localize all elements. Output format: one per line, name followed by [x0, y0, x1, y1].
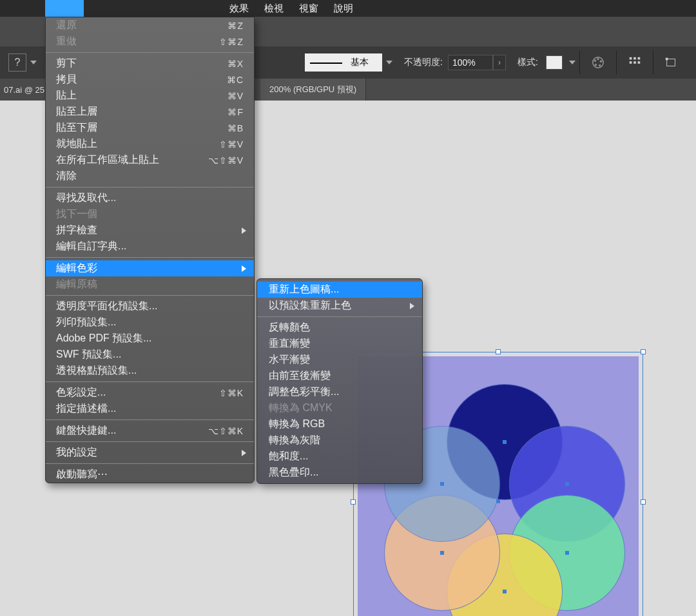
submenu-item-invert-colors[interactable]: 反轉顏色 [257, 320, 422, 336]
menu-separator [46, 295, 254, 296]
divider [579, 51, 580, 74]
menu-item-custom-dictionary[interactable]: 編輯自訂字典... [46, 238, 254, 255]
anchor-point[interactable] [565, 551, 569, 555]
recolor-artwork-icon[interactable] [589, 53, 607, 72]
opacity-next-button[interactable]: › [493, 55, 506, 70]
menu-item-print-presets[interactable]: 列印預設集... [46, 314, 254, 331]
menu-item-pdf-presets[interactable]: Adobe PDF 預設集... [46, 331, 254, 347]
selection-handle[interactable] [496, 349, 501, 354]
svg-rect-10 [633, 61, 636, 64]
selection-handle[interactable] [641, 349, 646, 354]
menu-item-paste-front[interactable]: 貼至上層⌘F [46, 104, 254, 120]
menu-item-transparency-flattener-presets[interactable]: 透明度平面化預設集... [46, 298, 254, 314]
menu-separator [257, 316, 422, 317]
chevron-down-icon[interactable] [569, 61, 575, 64]
submenu-item-blend-horizontally[interactable]: 水平漸變 [257, 352, 422, 368]
submenu-item-blend-vertically[interactable]: 垂直漸變 [257, 336, 422, 352]
menu-separator [46, 187, 254, 188]
selection-handle[interactable] [641, 499, 646, 505]
anchor-point[interactable] [503, 590, 507, 593]
menu-item-perspective-grid-presets[interactable]: 透視格點預設集... [46, 363, 254, 379]
submenu-item-adjust-color-balance[interactable]: 調整色彩平衡... [257, 384, 422, 400]
menu-separator [46, 419, 254, 420]
menu-item-copy[interactable]: 拷貝⌘C [46, 72, 254, 88]
style-label: 樣式: [517, 57, 538, 68]
submenu-item-overprint-black[interactable]: 黑色疊印... [257, 465, 422, 481]
divider [616, 51, 617, 74]
selection-handle[interactable] [351, 499, 356, 505]
menu-item-paste-all-artboards[interactable]: 在所有工作區域上貼上⌥⇧⌘V [46, 152, 254, 168]
divider [653, 51, 653, 74]
opacity-input[interactable]: 100% [448, 55, 493, 70]
submenu-arrow-icon [242, 450, 246, 456]
svg-point-5 [594, 59, 596, 62]
menu-item-paste[interactable]: 貼上⌘V [46, 88, 254, 104]
opacity-label: 不透明度: [404, 57, 443, 68]
submenu-item-convert-to-rgb[interactable]: 轉換為 RGB [257, 416, 422, 432]
stroke-style-label: 基本 [351, 57, 369, 68]
svg-rect-9 [630, 61, 632, 64]
menu-item-undo[interactable]: 還原⌘Z [46, 17, 254, 34]
svg-point-4 [594, 64, 597, 66]
menu-item-keyboard-shortcuts[interactable]: 鍵盤快捷鍵...⌥⇧⌘K [46, 423, 254, 439]
anchor-point[interactable] [496, 499, 500, 503]
menu-item-edit-colors[interactable]: 編輯色彩 [46, 260, 254, 276]
menu-item-start-dictation[interactable]: 啟動聽寫⋯ [46, 467, 254, 483]
svg-point-2 [600, 60, 603, 63]
chevron-down-icon[interactable] [30, 61, 37, 64]
menubar: 編輯 效果 檢視 視窗 說明 [0, 0, 696, 17]
svg-point-1 [597, 58, 599, 61]
stroke-style-dropdown[interactable]: 基本 [305, 53, 382, 72]
menu-effect[interactable]: 效果 [229, 3, 249, 15]
menu-item-clear[interactable]: 清除 [46, 168, 254, 184]
menu-item-paste-back[interactable]: 貼至下層⌘B [46, 120, 254, 136]
transform-panel-icon[interactable] [662, 53, 681, 72]
menu-item-spellcheck[interactable]: 拼字檢查 [46, 222, 254, 238]
menu-help[interactable]: 說明 [334, 3, 353, 15]
submenu-item-convert-to-cmyk: 轉換為 CMYK [257, 400, 422, 416]
menu-view[interactable]: 檢視 [264, 3, 284, 15]
document-tab-2[interactable]: 200% (RGB/GPU 預視) [260, 79, 366, 101]
submenu-item-blend-front-to-back[interactable]: 由前至後漸變 [257, 368, 422, 384]
menu-separator [46, 463, 254, 464]
anchor-point[interactable] [565, 482, 569, 486]
menu-separator [46, 52, 254, 53]
svg-point-3 [599, 64, 601, 67]
menu-item-paste-in-place[interactable]: 就地貼上⇧⌘V [46, 136, 254, 152]
svg-rect-12 [666, 59, 675, 66]
menu-item-find-next: 找下一個 [46, 206, 254, 222]
menu-item-edit-original: 編輯原稿 [46, 276, 254, 293]
edit-menu-dropdown: 還原⌘Z 重做⇧⌘Z 剪下⌘X 拷貝⌘C 貼上⌘V 貼至上層⌘F 貼至下層⌘B … [45, 17, 255, 483]
graphic-style-swatch[interactable] [546, 55, 563, 70]
submenu-arrow-icon [410, 303, 414, 309]
submenu-arrow-icon [242, 265, 246, 272]
menu-separator [46, 257, 254, 258]
align-panel-icon[interactable] [626, 53, 644, 72]
menu-window[interactable]: 視窗 [299, 3, 318, 15]
svg-rect-11 [637, 61, 640, 64]
anchor-point[interactable] [503, 440, 507, 444]
svg-rect-7 [633, 57, 636, 60]
menu-item-my-settings[interactable]: 我的設定 [46, 445, 254, 461]
menu-item-redo: 重做⇧⌘Z [46, 34, 254, 50]
svg-rect-6 [630, 57, 632, 60]
anchor-point[interactable] [440, 551, 444, 555]
menu-item-color-settings[interactable]: 色彩設定...⇧⌘K [46, 385, 254, 401]
menu-item-assign-profile[interactable]: 指定描述檔... [46, 401, 254, 417]
submenu-item-recolor-artwork[interactable]: 重新上色圖稿... [257, 282, 422, 298]
menu-item-find-replace[interactable]: 尋找及取代... [46, 190, 254, 206]
submenu-item-recolor-with-preset[interactable]: 以預設集重新上色 [257, 298, 422, 314]
chevron-down-icon[interactable] [386, 61, 392, 64]
menu-separator [46, 441, 254, 442]
anchor-point[interactable] [440, 482, 444, 486]
help-icon[interactable]: ? [8, 53, 26, 72]
svg-rect-13 [666, 58, 668, 61]
svg-rect-8 [637, 57, 640, 60]
submenu-item-convert-to-grayscale[interactable]: 轉換為灰階 [257, 432, 422, 448]
menu-separator [46, 381, 254, 382]
menu-edit[interactable]: 編輯 [53, 3, 72, 15]
menu-item-swf-presets[interactable]: SWF 預設集... [46, 347, 254, 363]
edit-colors-submenu: 重新上色圖稿... 以預設集重新上色 反轉顏色 垂直漸變 水平漸變 由前至後漸變… [256, 278, 423, 484]
submenu-item-saturate[interactable]: 飽和度... [257, 448, 422, 465]
menu-item-cut[interactable]: 剪下⌘X [46, 55, 254, 72]
